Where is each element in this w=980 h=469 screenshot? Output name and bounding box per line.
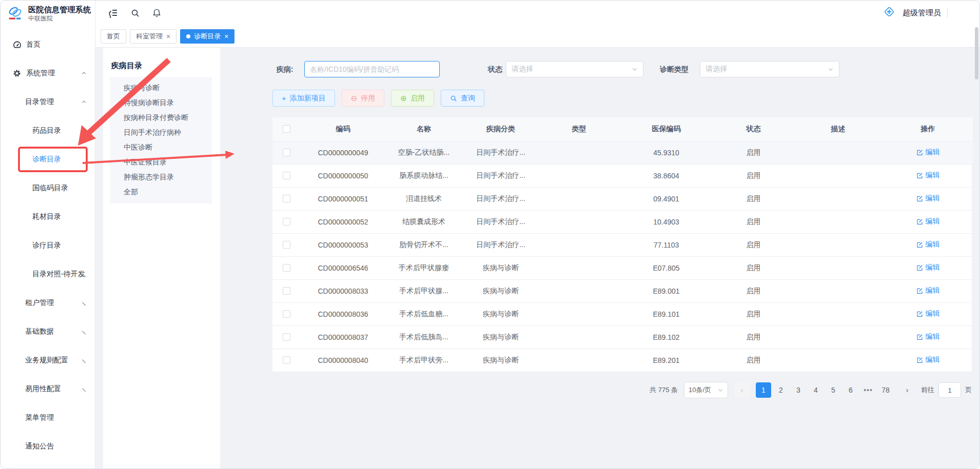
edit-link[interactable]: 编辑 xyxy=(916,240,940,249)
goto-page-input[interactable] xyxy=(938,382,961,398)
enable-button[interactable]: ⊕ 启用 xyxy=(391,90,434,107)
catalog-item-全部[interactable]: 全部 xyxy=(110,185,212,199)
status-select[interactable]: 请选择 xyxy=(506,61,643,77)
select-all-checkbox[interactable] xyxy=(283,125,290,133)
row-checkbox[interactable] xyxy=(283,356,290,364)
row-checkbox[interactable] xyxy=(283,287,290,295)
page-size-select[interactable]: 10条/页 xyxy=(684,382,728,398)
menu-fold-icon[interactable] xyxy=(105,4,122,22)
catalog-item-日间手术治疗病种[interactable]: 日间手术治疗病种 xyxy=(110,125,212,140)
row-checkbox[interactable] xyxy=(283,149,290,156)
data-table: 编码名称疾病分类类型医保编码状态描述操作 CD0000000049空肠-乙状结肠… xyxy=(272,117,972,372)
chevron-down-icon xyxy=(81,386,87,392)
cell-status: 启用 xyxy=(714,141,793,164)
tab-首页[interactable]: 首页 xyxy=(101,29,126,44)
sidebar-item-租户管理[interactable]: 租户管理 xyxy=(1,289,95,317)
next-page-button[interactable]: › xyxy=(899,382,915,398)
current-user[interactable]: 超级管理员 xyxy=(903,8,941,18)
sidebar-item-系统管理[interactable]: 系统管理 xyxy=(1,59,95,88)
diagnosis-type-select[interactable]: 请选择 xyxy=(700,61,839,77)
sidebar-item-耗材目录[interactable]: 耗材目录 xyxy=(1,202,95,231)
row-checkbox[interactable] xyxy=(283,241,290,249)
cell-actions: 编辑 xyxy=(883,233,973,256)
sidebar-item-label: 系统管理 xyxy=(26,69,55,78)
cell-type xyxy=(539,325,619,349)
chevron-up-icon xyxy=(81,99,87,105)
page-1[interactable]: 1 xyxy=(756,382,771,398)
sidebar-item-业务规则配置[interactable]: 业务规则配置 xyxy=(1,346,95,375)
catalog-item-特慢病诊断目录[interactable]: 特慢病诊断目录 xyxy=(110,95,212,110)
page-5[interactable]: 5 xyxy=(826,382,841,398)
cell-type xyxy=(539,302,619,325)
edit-link[interactable]: 编辑 xyxy=(916,148,940,157)
edit-link[interactable]: 编辑 xyxy=(916,171,940,180)
prev-page-button[interactable]: ‹ xyxy=(734,382,750,398)
row-checkbox[interactable] xyxy=(283,218,290,226)
add-item-button[interactable]: + 添加新项目 xyxy=(272,90,335,107)
total-count: 共 775 条 xyxy=(650,385,678,395)
edit-link[interactable]: 编辑 xyxy=(916,217,940,226)
chevron-down-icon xyxy=(81,329,87,335)
edit-link[interactable]: 编辑 xyxy=(916,263,940,272)
sidebar-item-label: 租户管理 xyxy=(25,298,54,308)
close-icon[interactable]: × xyxy=(166,33,170,40)
page-6[interactable]: 6 xyxy=(843,382,858,398)
sidebar-item-基础数据[interactable]: 基础数据 xyxy=(1,317,95,346)
cell-code: CD0000000049 xyxy=(301,141,385,164)
cell-code: CD0000000051 xyxy=(301,187,385,210)
row-checkbox[interactable] xyxy=(283,172,290,179)
catalog-item-按病种目录付费诊断[interactable]: 按病种目录付费诊断 xyxy=(110,110,212,125)
page-4[interactable]: 4 xyxy=(808,382,824,398)
cell-category: 日间手术治疗... xyxy=(462,210,539,233)
sidebar-item-label: 菜单管理 xyxy=(25,413,54,422)
cell-code: CD0000000050 xyxy=(301,164,385,187)
vertical-scrollbar[interactable] xyxy=(975,27,978,79)
tab-label: 首页 xyxy=(107,32,120,41)
page-3[interactable]: 3 xyxy=(791,382,806,398)
dashboard-icon xyxy=(13,40,22,49)
catalog-item-肿瘤形态学目录[interactable]: 肿瘤形态学目录 xyxy=(110,170,212,185)
row-checkbox[interactable] xyxy=(283,333,290,341)
bell-icon[interactable] xyxy=(148,4,165,22)
edit-label: 编辑 xyxy=(926,263,940,272)
sidebar-item-目录管理[interactable]: 目录管理 xyxy=(1,88,95,116)
sidebar-item-药品目录[interactable]: 药品目录 xyxy=(1,116,95,145)
cell-actions: 编辑 xyxy=(883,164,973,187)
sidebar-item-目录对照-待开发[interactable]: 目录对照-待开发 xyxy=(1,260,95,289)
catalog-item-中医诊断[interactable]: 中医诊断 xyxy=(110,140,212,155)
disease-search-input[interactable] xyxy=(304,61,440,77)
chevron-down-icon xyxy=(632,66,638,72)
edit-link[interactable]: 编辑 xyxy=(916,194,940,203)
page-2[interactable]: 2 xyxy=(773,382,789,398)
sidebar-item-诊疗目录[interactable]: 诊疗目录 xyxy=(1,231,95,260)
content-area: 疾病目录 疾病与诊断特慢病诊断目录按病种目录付费诊断日间手术治疗病种中医诊断中医… xyxy=(95,48,979,468)
edit-link[interactable]: 编辑 xyxy=(916,355,940,364)
edit-link[interactable]: 编辑 xyxy=(916,332,940,341)
column-header-医保编码: 医保编码 xyxy=(619,117,714,141)
sidebar-item-菜单管理[interactable]: 菜单管理 xyxy=(1,403,95,432)
tab-科室管理[interactable]: 科室管理× xyxy=(130,29,177,44)
catalog-item-疾病与诊断[interactable]: 疾病与诊断 xyxy=(110,80,212,95)
edit-link[interactable]: 编辑 xyxy=(916,286,940,295)
cell-desc xyxy=(793,164,883,187)
row-checkbox[interactable] xyxy=(283,195,290,202)
tab-诊断目录[interactable]: 诊断目录× xyxy=(180,29,234,44)
query-label: 查询 xyxy=(461,94,475,103)
sidebar-item-易用性配置[interactable]: 易用性配置 xyxy=(1,375,95,403)
sidebar-item-首页[interactable]: 首页 xyxy=(1,30,95,59)
page-78[interactable]: 78 xyxy=(878,382,893,398)
row-checkbox[interactable] xyxy=(283,310,290,318)
sidebar-item-通知公告[interactable]: 通知公告 xyxy=(1,432,95,461)
cell-desc xyxy=(793,187,883,210)
disable-button[interactable]: ⊖ 停用 xyxy=(342,90,385,107)
row-checkbox-cell xyxy=(272,325,301,349)
sidebar-item-国临码目录[interactable]: 国临码目录 xyxy=(1,174,95,202)
edit-label: 编辑 xyxy=(926,217,940,226)
row-checkbox[interactable] xyxy=(283,264,290,272)
sidebar-item-诊断目录[interactable]: 诊断目录 xyxy=(1,145,95,174)
query-button[interactable]: 查询 xyxy=(441,90,484,107)
edit-link[interactable]: 编辑 xyxy=(916,309,940,318)
catalog-item-中医证候目录[interactable]: 中医证候目录 xyxy=(110,155,212,170)
search-icon[interactable] xyxy=(126,4,144,22)
close-icon[interactable]: × xyxy=(224,33,228,40)
